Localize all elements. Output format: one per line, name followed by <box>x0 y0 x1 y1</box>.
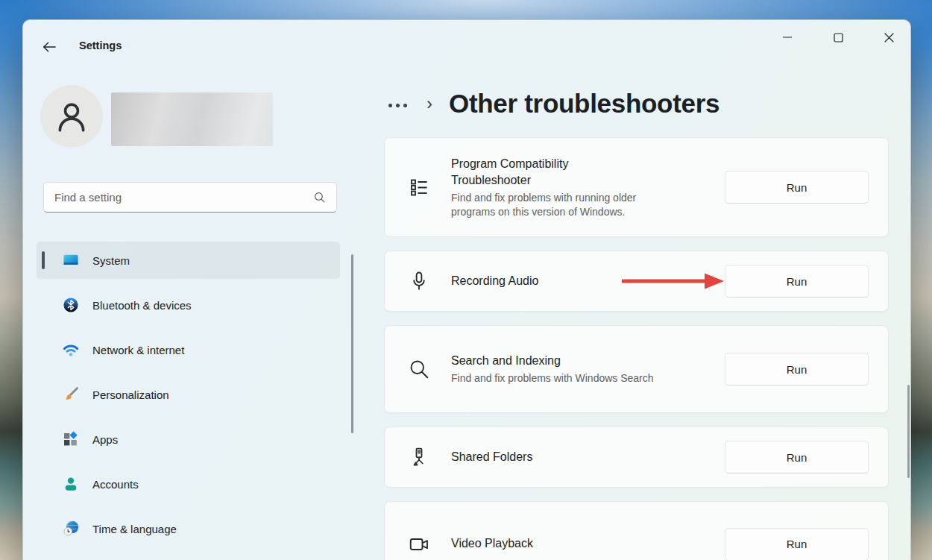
search-magnifier-icon <box>408 358 430 380</box>
sidebar-item-label: Apps <box>92 433 118 446</box>
run-button-search-indexing[interactable]: Run <box>725 353 869 386</box>
troubleshooter-title: Program Compatibility Troubleshooter <box>451 156 630 189</box>
window-title: Settings <box>79 40 122 51</box>
sidebar-scrollbar[interactable] <box>351 254 353 433</box>
troubleshooter-row-shared-folders: Shared Folders Run <box>384 427 889 488</box>
minimize-button[interactable] <box>770 25 805 50</box>
sidebar-nav: System Bluetooth & devices Network & int… <box>37 242 340 555</box>
time-language-icon <box>62 520 80 538</box>
bluetooth-icon <box>62 296 80 314</box>
page-header: › Other troubleshooters <box>388 83 720 125</box>
troubleshooter-description: Find and fix problems with Windows Searc… <box>451 371 660 385</box>
run-button-recording-audio[interactable]: Run <box>725 265 869 298</box>
video-camera-icon <box>408 533 430 556</box>
person-icon <box>52 97 91 136</box>
content-scrollbar[interactable] <box>907 385 910 478</box>
ellipsis-icon <box>388 104 392 107</box>
search-icon <box>313 191 336 204</box>
sidebar-item-apps[interactable]: Apps <box>37 421 340 458</box>
user-name-blurred <box>111 92 273 146</box>
troubleshooter-row-program-compatibility: Program Compatibility Troubleshooter Fin… <box>384 137 889 237</box>
program-compatibility-icon <box>408 176 430 198</box>
sidebar-item-label: Personalization <box>92 388 169 401</box>
sidebar-item-network-internet[interactable]: Network & internet <box>37 331 340 368</box>
minimize-icon <box>783 33 792 42</box>
apps-icon <box>62 430 80 448</box>
back-button[interactable] <box>37 36 62 58</box>
accounts-icon <box>62 475 80 493</box>
close-button[interactable] <box>872 25 906 50</box>
search-input[interactable] <box>44 191 313 204</box>
troubleshooter-title: Video Playback <box>451 535 630 552</box>
annotation-arrow <box>620 271 725 291</box>
breadcrumb-overflow-button[interactable] <box>388 104 407 107</box>
sidebar-item-label: System <box>92 254 130 267</box>
run-button-shared-folders[interactable]: Run <box>725 441 869 474</box>
troubleshooter-description: Find and fix problems with running older… <box>451 191 682 218</box>
run-button-video-playback[interactable]: Run <box>725 528 869 560</box>
sidebar-item-bluetooth-devices[interactable]: Bluetooth & devices <box>37 286 340 324</box>
desktop-wallpaper: { "window": { "title": "Settings", "cont… <box>0 0 932 560</box>
maximize-icon <box>834 33 843 43</box>
selected-indicator <box>42 251 45 269</box>
search-box <box>43 182 337 213</box>
close-icon <box>884 33 894 43</box>
system-icon <box>62 251 80 269</box>
microphone-icon <box>408 270 430 292</box>
troubleshooter-title: Recording Audio <box>451 273 630 289</box>
sidebar-item-personalization[interactable]: Personalization <box>37 376 340 413</box>
sidebar-item-label: Network & internet <box>92 344 184 356</box>
personalization-icon <box>62 386 80 403</box>
sidebar-item-label: Accounts <box>92 478 139 491</box>
sidebar-item-system[interactable]: System <box>37 242 340 279</box>
troubleshooter-title: Search and Indexing <box>451 353 630 369</box>
troubleshooter-row-video-playback: Video Playback Run <box>384 501 889 560</box>
sidebar-item-time-language[interactable]: Time & language <box>37 510 340 547</box>
network-icon <box>62 341 80 359</box>
troubleshooter-row-search-indexing: Search and Indexing Find and fix problem… <box>384 325 889 413</box>
troubleshooter-title: Shared Folders <box>451 449 630 465</box>
sidebar-item-accounts[interactable]: Accounts <box>37 465 340 503</box>
settings-window: Settings System <box>22 19 911 560</box>
chevron-right-icon: › <box>426 93 432 114</box>
shared-folders-icon <box>408 446 430 468</box>
maximize-button[interactable] <box>821 25 855 50</box>
run-button-program-compatibility[interactable]: Run <box>725 171 869 204</box>
back-arrow-icon <box>42 40 57 54</box>
sidebar-item-label: Bluetooth & devices <box>92 299 192 312</box>
sidebar-item-label: Time & language <box>92 523 177 535</box>
avatar <box>40 85 103 148</box>
caption-buttons <box>754 25 906 50</box>
page-title: Other troubleshooters <box>449 89 720 119</box>
